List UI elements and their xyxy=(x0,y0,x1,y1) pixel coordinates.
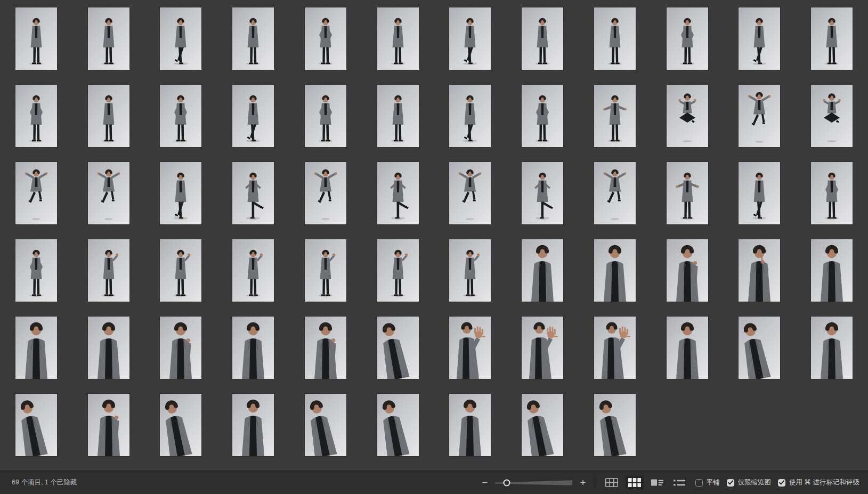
photo-thumbnail[interactable] xyxy=(522,317,563,379)
photo-silhouette xyxy=(522,317,563,379)
photo-thumbnail[interactable] xyxy=(667,7,708,70)
photo-thumbnail[interactable] xyxy=(449,85,491,147)
photo-thumbnail[interactable] xyxy=(739,239,780,302)
list-view-button[interactable] xyxy=(671,477,688,489)
photo-thumbnail[interactable] xyxy=(15,7,57,70)
photo-silhouette xyxy=(449,239,491,302)
photo-silhouette xyxy=(15,7,57,70)
photo-thumbnail[interactable] xyxy=(739,7,780,70)
photo-thumbnail[interactable] xyxy=(377,394,419,456)
photo-thumbnail[interactable] xyxy=(667,85,708,147)
photo-thumbnail[interactable] xyxy=(811,317,853,379)
photo-thumbnail[interactable] xyxy=(522,7,563,70)
photo-thumbnail[interactable] xyxy=(377,317,419,379)
photo-thumbnail[interactable] xyxy=(377,162,419,224)
photo-silhouette xyxy=(739,239,780,302)
photo-thumbnail[interactable] xyxy=(739,317,780,379)
photo-thumbnail[interactable] xyxy=(232,239,274,302)
photo-thumbnail[interactable] xyxy=(305,394,346,456)
photo-thumbnail[interactable] xyxy=(667,239,708,302)
photo-silhouette xyxy=(88,317,129,379)
thumbnail-list-view-button[interactable] xyxy=(648,476,666,489)
photo-thumbnail[interactable] xyxy=(160,317,201,379)
photo-silhouette xyxy=(15,394,57,456)
photo-thumbnail[interactable] xyxy=(594,162,636,224)
photo-thumbnail[interactable] xyxy=(449,394,491,456)
photo-thumbnail[interactable] xyxy=(88,162,129,224)
photo-thumbnail[interactable] xyxy=(522,85,563,147)
photo-thumbnail[interactable] xyxy=(449,317,491,379)
thumbnail-size-slider[interactable] xyxy=(495,477,572,488)
photo-thumbnail[interactable] xyxy=(811,162,853,224)
photo-thumbnail[interactable] xyxy=(88,394,129,456)
photo-thumbnail[interactable] xyxy=(88,239,129,302)
photo-thumbnail[interactable] xyxy=(232,7,274,70)
photo-thumbnail[interactable] xyxy=(594,239,636,302)
photo-thumbnail[interactable] xyxy=(232,162,274,224)
photo-thumbnail[interactable] xyxy=(811,85,853,147)
photo-thumbnail[interactable] xyxy=(667,317,708,379)
photo-thumbnail[interactable] xyxy=(88,317,129,379)
photo-thumbnail[interactable] xyxy=(232,317,274,379)
photo-thumbnail[interactable] xyxy=(739,162,780,224)
toggle-tile[interactable]: 平铺 xyxy=(695,478,720,487)
zoom-out-button[interactable]: − xyxy=(481,477,489,488)
photo-thumbnail[interactable] xyxy=(449,239,491,302)
photo-thumbnail[interactable] xyxy=(15,317,57,379)
photo-thumbnail[interactable] xyxy=(522,394,563,456)
photo-thumbnail[interactable] xyxy=(739,85,780,147)
photo-thumbnail[interactable] xyxy=(522,239,563,302)
photo-silhouette xyxy=(377,7,419,70)
photo-thumbnail[interactable] xyxy=(15,394,57,456)
photo-thumbnail[interactable] xyxy=(377,239,419,302)
photo-thumbnail[interactable] xyxy=(667,162,708,224)
photo-thumbnail[interactable] xyxy=(15,239,57,302)
photo-thumbnail[interactable] xyxy=(88,85,129,147)
toggle-cmd-tag-rate[interactable]: 使用 ⌘ 进行标记和评级 xyxy=(778,478,859,487)
photo-thumbnail[interactable] xyxy=(232,85,274,147)
photo-silhouette xyxy=(449,85,491,147)
photo-thumbnail[interactable] xyxy=(160,85,201,147)
photo-thumbnail[interactable] xyxy=(88,7,129,70)
toggle-thumbnails-only[interactable]: 仅限缩览图 xyxy=(727,478,772,487)
photo-thumbnail[interactable] xyxy=(305,7,346,70)
photo-silhouette xyxy=(88,239,129,302)
photo-thumbnail[interactable] xyxy=(449,162,491,224)
photo-thumbnail[interactable] xyxy=(160,239,201,302)
photo-silhouette xyxy=(88,394,129,456)
photo-silhouette xyxy=(15,162,57,224)
photo-silhouette xyxy=(305,162,346,224)
grid-outline-icon xyxy=(605,478,618,487)
photo-thumbnail[interactable] xyxy=(594,7,636,70)
photo-thumbnail[interactable] xyxy=(160,394,201,456)
zoom-in-button[interactable]: + xyxy=(579,477,587,488)
slider-knob[interactable] xyxy=(504,479,510,486)
photo-thumbnail[interactable] xyxy=(449,7,491,70)
photo-thumbnail[interactable] xyxy=(160,7,201,70)
photo-thumbnail[interactable] xyxy=(15,162,57,224)
photo-thumbnail[interactable] xyxy=(305,162,346,224)
photo-thumbnail[interactable] xyxy=(160,162,201,224)
photo-thumbnail[interactable] xyxy=(522,162,563,224)
photo-thumbnail[interactable] xyxy=(811,7,853,70)
photo-silhouette xyxy=(232,7,274,70)
photo-silhouette xyxy=(449,394,491,456)
photo-thumbnail[interactable] xyxy=(305,85,346,147)
checkbox-checked-icon[interactable] xyxy=(778,479,785,487)
photo-thumbnail[interactable] xyxy=(594,317,636,379)
checkbox-unchecked-icon[interactable] xyxy=(695,479,703,487)
photo-silhouette xyxy=(594,239,636,302)
photo-thumbnail[interactable] xyxy=(305,317,346,379)
photo-thumbnail[interactable] xyxy=(377,85,419,147)
photo-thumbnail[interactable] xyxy=(15,85,57,147)
grid-thumbnails-view-button[interactable] xyxy=(626,476,644,489)
photo-thumbnail[interactable] xyxy=(305,239,346,302)
grid-outline-view-button[interactable] xyxy=(603,476,621,489)
photo-silhouette xyxy=(160,394,201,456)
photo-thumbnail[interactable] xyxy=(594,394,636,456)
photo-thumbnail[interactable] xyxy=(377,7,419,70)
photo-thumbnail[interactable] xyxy=(232,394,274,456)
checkbox-checked-icon[interactable] xyxy=(727,479,734,487)
photo-thumbnail[interactable] xyxy=(811,239,853,302)
photo-thumbnail[interactable] xyxy=(594,85,636,147)
